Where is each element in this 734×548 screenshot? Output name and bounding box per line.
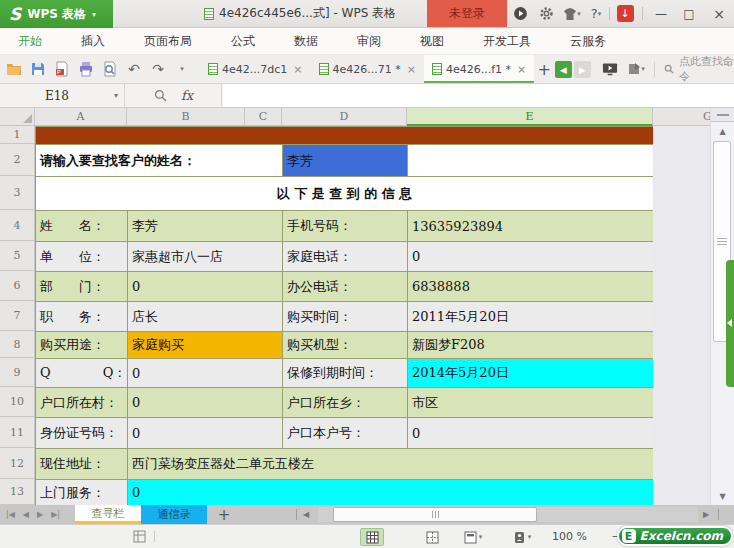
insert-function-button[interactable]: fx [181,88,193,103]
document-tab[interactable]: 4e426...f1 *× [424,55,534,83]
row-header-12[interactable]: 12 [0,448,35,479]
cell[interactable]: 部 门： [36,272,128,302]
row-header-6[interactable]: 6 [0,271,35,301]
prev-sheet-button[interactable]: ◀ [23,510,29,519]
cell[interactable]: 0 [128,272,283,302]
row-header-1[interactable]: 1 [0,126,35,144]
last-sheet-button[interactable]: ▶| [51,510,60,519]
cell[interactable]: 家惠超市八一店 [128,242,283,272]
presentation-icon[interactable] [602,61,618,77]
cell[interactable]: 户口本户号： [283,418,408,449]
cell[interactable]: 0 [128,359,283,388]
add-sheet-button[interactable]: + [213,505,235,524]
cell[interactable]: 户口所在乡： [283,388,408,418]
menu-item-插入[interactable]: 插入 [81,33,105,50]
cell[interactable]: 手机号码： [283,211,408,242]
wps-logo-button[interactable]: S WPS 表格 ▾ [0,0,113,28]
toolbar-options-chevron-icon[interactable]: ▾ [174,61,190,77]
cell[interactable]: 姓 名： [36,211,128,242]
menu-item-开发工具[interactable]: 开发工具 [483,33,531,50]
cell[interactable] [408,145,654,177]
close-tab-icon[interactable]: × [293,63,302,76]
normal-view-button[interactable] [360,528,384,546]
command-search[interactable]: 点此查找命令 [664,54,734,84]
document-tab[interactable]: 4e426...71 *× [311,55,424,83]
cell[interactable]: 李芳 [283,145,408,177]
close-tab-icon[interactable]: × [407,63,416,76]
cell[interactable]: 请输入要查找客户的姓名： [36,145,283,177]
cell[interactable]: 户口所在村： [36,388,128,418]
scroll-up-button[interactable]: ▲ [711,122,734,140]
redo-icon[interactable]: ↷ [150,61,166,77]
page-break-view-button[interactable] [420,528,444,546]
tab-scroll-left-button[interactable]: ◀ [555,61,572,78]
hscroll-left-button[interactable]: ◀ [303,505,309,524]
row-header-13[interactable]: 13 [0,479,35,505]
cell[interactable]: 购买用途： [36,332,128,359]
row-header-7[interactable]: 7 [0,301,35,331]
scroll-down-button[interactable]: ▼ [711,488,734,505]
selection-mode-icon[interactable] [133,530,146,543]
login-button[interactable]: 未登录 [427,0,507,27]
cell[interactable]: 店长 [128,302,283,332]
scrollbar-split-handle[interactable] [711,108,734,122]
cell[interactable]: 0 [128,418,283,449]
menu-item-数据[interactable]: 数据 [294,33,318,50]
cell[interactable]: 家庭购买 [128,332,283,359]
formula-input[interactable] [223,84,734,107]
cell[interactable]: 保修到期时间： [283,359,408,388]
cell[interactable]: 家庭电话： [283,242,408,272]
row-header-11[interactable]: 11 [0,417,35,448]
horizontal-scrollbar[interactable] [318,507,698,522]
menu-item-页面布局[interactable]: 页面布局 [144,33,192,50]
close-tab-icon[interactable]: × [517,63,526,76]
print-icon[interactable] [78,61,94,77]
cell[interactable]: 6838888 [408,272,654,302]
open-folder-icon[interactable] [6,61,22,77]
close-button[interactable]: × [706,0,732,27]
cell[interactable] [36,127,654,145]
cell[interactable]: 身份证号码： [36,418,128,449]
menu-item-公式[interactable]: 公式 [231,33,255,50]
save-icon[interactable] [30,61,46,77]
cell[interactable]: 李芳 [128,211,283,242]
name-box[interactable]: E18 ▾ [0,84,125,107]
cell[interactable]: 0 [408,242,654,272]
cell[interactable]: 单 位： [36,242,128,272]
undo-icon[interactable]: ↶ [126,61,142,77]
sheet-tab-通信录[interactable]: 通信录 [141,505,207,524]
full-screen-view-button[interactable]: ▾ [506,528,538,546]
cell[interactable]: 市区 [408,388,654,418]
column-header-D[interactable]: D [282,108,407,126]
next-sheet-button[interactable]: ▶ [37,510,43,519]
settings-gear-icon[interactable] [537,4,555,23]
cell[interactable]: 2014年5月20日 [408,359,654,388]
menu-item-云服务[interactable]: 云服务 [570,33,606,50]
cell[interactable]: 职 务： [36,302,128,332]
hscroll-right-button[interactable]: ▶ [703,505,709,524]
cell[interactable]: 上门服务： [36,480,128,506]
page-layout-view-button[interactable]: ▾ [458,528,488,546]
cell[interactable]: 新圆梦F208 [408,332,654,359]
cell[interactable]: 购买时间： [283,302,408,332]
minimize-button[interactable]: — [648,0,674,27]
cell[interactable]: 以 下 是 查 到 的 信 息 [36,177,654,211]
cell[interactable]: 西门菜场变压器处二单元五楼左 [128,449,654,480]
maximize-button[interactable]: □ [676,0,702,27]
first-sheet-button[interactable]: |◀ [6,510,15,519]
skin-icon[interactable]: ▾ [560,4,584,23]
cell[interactable]: 13635923894 [408,211,654,242]
community-icon[interactable] [511,4,529,23]
export-pdf-icon[interactable]: P [54,61,70,77]
cell[interactable]: 0 [408,418,654,449]
row-header-8[interactable]: 8 [0,331,35,358]
document-tab[interactable]: 4e42...7dc1× [200,55,311,83]
cell[interactable]: 0 [128,388,283,418]
sheet-tab-查寻栏[interactable]: 查寻栏 [75,505,141,524]
tab-scroll-right-button[interactable]: ▶ [574,61,591,78]
row-header-9[interactable]: 9 [0,358,35,387]
print-preview-icon[interactable] [102,61,118,77]
row-header-10[interactable]: 10 [0,387,35,417]
row-header-5[interactable]: 5 [0,241,35,271]
column-header-C[interactable]: C [245,108,282,126]
